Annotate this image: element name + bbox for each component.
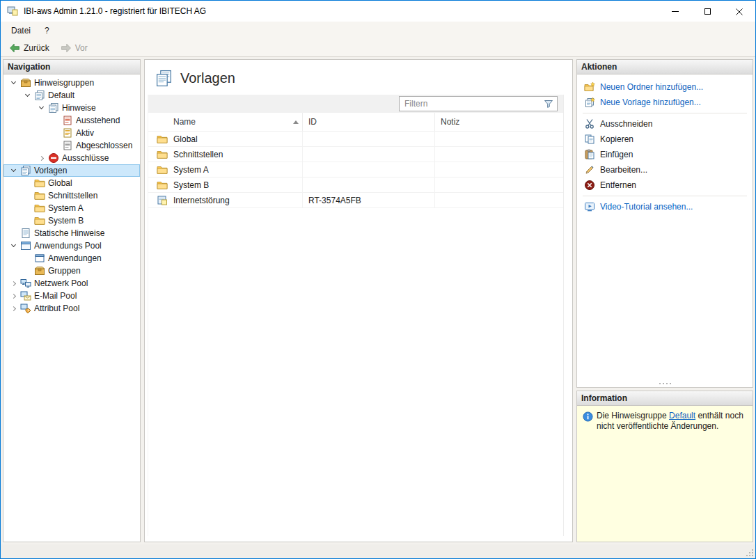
table-row[interactable]: System A <box>148 162 563 178</box>
notes-icon <box>34 90 45 101</box>
cell-id <box>303 178 435 192</box>
action-neuen-ordner-hinzufuegen[interactable]: Neuen Ordner hinzufügen... <box>577 79 753 95</box>
filter-bar <box>148 95 563 113</box>
chevron-expanded-icon[interactable] <box>22 90 33 101</box>
column-header-id[interactable]: ID <box>303 113 435 131</box>
forward-button[interactable]: Vor <box>56 41 93 55</box>
tree-item-ausschluesse[interactable]: Ausschlüsse <box>3 152 140 164</box>
tree-item-hinweisgruppen[interactable]: Hinweisgruppen <box>3 77 140 89</box>
chevron-spacer <box>49 140 61 151</box>
row-name-label: System B <box>173 180 209 190</box>
action-label: Neue Vorlage hinzufügen... <box>600 97 701 107</box>
tree-item-email-pool[interactable]: E-Mail Pool <box>3 290 140 302</box>
tree-item-aktiv[interactable]: Aktiv <box>3 127 140 139</box>
cell-name: Schnittstellen <box>148 147 303 162</box>
splitter-handle[interactable] <box>577 380 753 387</box>
notes-icon <box>48 102 59 113</box>
chevron-expanded-icon[interactable] <box>8 77 19 88</box>
tree-item-attribut-pool[interactable]: Attribut Pool <box>3 302 140 315</box>
chevron-expanded-icon[interactable] <box>8 240 19 251</box>
action-label: Einfügen <box>600 150 633 159</box>
main-panel: Vorlagen Name ID <box>144 59 573 542</box>
tree-item-netzwerk-pool[interactable]: Netzwerk Pool <box>3 277 140 290</box>
chevron-expanded-icon[interactable] <box>36 102 47 113</box>
action-kopieren[interactable]: Kopieren <box>577 132 753 147</box>
chevron-collapsed-icon[interactable] <box>8 278 19 289</box>
cell-id: RT-3574A5FB <box>303 193 435 207</box>
close-button[interactable] <box>723 1 755 22</box>
content-area: Navigation HinweisgruppenDefaultHinweise… <box>1 57 755 544</box>
pending-icon <box>62 115 73 126</box>
minimize-button[interactable] <box>659 1 691 22</box>
window-title: IBI-aws Admin 1.21.0 - registriert für I… <box>24 6 206 16</box>
action-neue-vorlage-hinzufuegen[interactable]: Neue Vorlage hinzufügen... <box>577 95 753 110</box>
action-video-tutorial-ansehen[interactable]: Video-Tutorial ansehen... <box>577 199 753 214</box>
tree-item-gruppen[interactable]: Gruppen <box>3 265 140 277</box>
chevron-expanded-icon[interactable] <box>8 165 19 176</box>
tree-item-label: Hinweisgruppen <box>34 78 94 88</box>
group-box-icon <box>20 77 31 88</box>
vorlagen-page-icon <box>155 69 173 88</box>
information-header: Information <box>577 391 753 406</box>
window-controls <box>659 1 755 22</box>
column-header-name[interactable]: Name <box>148 113 303 131</box>
tree-item-label: Netzwerk Pool <box>34 278 88 288</box>
action-bearbeiten[interactable]: Bearbeiten... <box>577 162 753 178</box>
information-panel: Information Die Hinweisgruppe Default en… <box>576 391 753 542</box>
page-title-row: Vorlagen <box>145 60 572 95</box>
tree-item-default[interactable]: Default <box>3 89 140 102</box>
table-row[interactable]: Global <box>148 132 563 147</box>
tree-item-anwendungen[interactable]: Anwendungen <box>3 252 140 265</box>
tree-item-statische-hinweise[interactable]: Statische Hinweise <box>3 227 140 239</box>
default-group-link[interactable]: Default <box>669 411 695 420</box>
tree-item-anwendungs-pool[interactable]: Anwendungs Pool <box>3 239 140 252</box>
cell-notiz <box>435 132 563 146</box>
tree-item-global[interactable]: Global <box>3 177 140 189</box>
tree-item-vorlagen[interactable]: Vorlagen <box>3 164 140 177</box>
tree-item-schnittstellen[interactable]: Schnittstellen <box>3 189 140 202</box>
chevron-collapsed-icon[interactable] <box>8 290 19 301</box>
tree-item-label: Hinweise <box>62 103 96 113</box>
back-button[interactable]: Zurück <box>4 41 54 55</box>
chevron-collapsed-icon[interactable] <box>36 152 47 164</box>
chevron-spacer <box>22 265 33 276</box>
tree-item-ausstehend[interactable]: Ausstehend <box>3 114 140 127</box>
tree-item-hinweise[interactable]: Hinweise <box>3 102 140 114</box>
templates-table: Name ID Notiz GlobalSchnittstellenSystem… <box>148 95 564 536</box>
minimize-icon <box>672 11 679 12</box>
maximize-button[interactable] <box>691 1 723 22</box>
menu-datei[interactable]: Datei <box>4 23 38 38</box>
right-column: Aktionen Neuen Ordner hinzufügen...Neue … <box>576 59 753 542</box>
tree-item-system-b[interactable]: System B <box>3 214 140 227</box>
actions-separator <box>583 113 747 113</box>
cell-name: System A <box>148 162 303 177</box>
action-ausschneiden[interactable]: Ausschneiden <box>577 116 753 132</box>
column-header-notiz[interactable]: Notiz <box>435 113 563 131</box>
app-window: IBI-aws Admin 1.21.0 - registriert für I… <box>0 0 756 559</box>
action-entfernen[interactable]: Entfernen <box>577 178 753 193</box>
tree-item-label: Ausschlüsse <box>62 153 109 163</box>
folder-icon <box>157 180 168 191</box>
navigation-header: Navigation <box>3 60 140 74</box>
filter-funnel-icon[interactable] <box>543 98 554 109</box>
action-einfuegen[interactable]: Einfügen <box>577 147 753 162</box>
table-row[interactable]: InternetstörungRT-3574A5FB <box>148 193 563 208</box>
folder-icon <box>34 215 45 226</box>
actions-separator <box>583 196 747 196</box>
new-template-icon <box>584 97 595 108</box>
chevron-collapsed-icon[interactable] <box>8 303 19 314</box>
actions-panel: Aktionen Neuen Ordner hinzufügen...Neue … <box>576 59 753 388</box>
folder-icon <box>157 149 168 160</box>
tree-item-label: Schnittstellen <box>48 191 97 200</box>
tree-item-system-a[interactable]: System A <box>3 202 140 214</box>
navigation-panel: Navigation HinweisgruppenDefaultHinweise… <box>3 59 141 542</box>
folder-icon <box>157 134 168 145</box>
filter-input[interactable] <box>400 97 543 111</box>
table-row[interactable]: System B <box>148 178 563 193</box>
table-row[interactable]: Schnittstellen <box>148 147 563 162</box>
tree-item-label: Ausstehend <box>76 116 120 125</box>
chevron-spacer <box>22 203 33 214</box>
tree-item-abgeschlossen[interactable]: Abgeschlossen <box>3 139 140 152</box>
menu-help[interactable]: ? <box>38 23 56 38</box>
resize-grip[interactable] <box>745 548 755 558</box>
